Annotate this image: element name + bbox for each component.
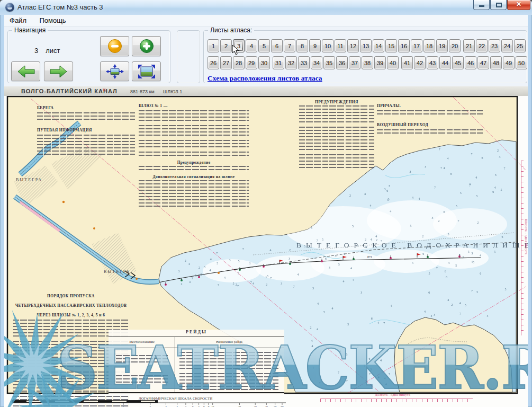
- zoom-in-button[interactable]: [132, 36, 161, 56]
- sheet-button-15[interactable]: 15: [385, 39, 397, 52]
- heading-predupr-small: Предупреждение: [139, 160, 249, 165]
- sheet-button-49[interactable]: 49: [503, 56, 515, 69]
- sheet-button-29[interactable]: 29: [246, 56, 257, 69]
- title-bar[interactable]: Атлас ЕГС том №3 часть 3 ✕: [0, 0, 532, 15]
- sheet-button-40[interactable]: 40: [387, 56, 399, 69]
- sheet-button-50[interactable]: 50: [516, 56, 527, 69]
- km-range: 881-873 км: [130, 89, 155, 94]
- sheet-button-30[interactable]: 30: [258, 56, 270, 69]
- sheet-button-8[interactable]: 8: [296, 39, 308, 52]
- svg-text:6: 6: [371, 317, 373, 320]
- chart-viewer[interactable]: ВОЛГО-БАЛТИЙСКИЙ КАНАЛ ※ 881-873 км ШЛЮЗ…: [4, 86, 528, 407]
- svg-text:4: 4: [253, 282, 254, 285]
- sheet-button-25[interactable]: 25: [514, 39, 526, 52]
- svg-text:7: 7: [439, 148, 440, 151]
- sheet-button-10[interactable]: 10: [322, 39, 333, 52]
- sheet-button-32[interactable]: 32: [285, 56, 297, 69]
- svg-text:2: 2: [199, 266, 200, 269]
- svg-text:6: 6: [446, 276, 447, 279]
- sheet-buttons-row1: 1234567891011121314151617181920212223242…: [208, 39, 527, 52]
- menu-item-file[interactable]: Файл: [4, 15, 32, 26]
- sheet-button-41[interactable]: 41: [401, 56, 413, 69]
- sheet-button-7[interactable]: 7: [284, 39, 295, 52]
- next-sheet-button[interactable]: [44, 61, 73, 81]
- sheet-button-47[interactable]: 47: [477, 56, 489, 69]
- sheet-button-21[interactable]: 21: [463, 39, 475, 52]
- sheet-button-48[interactable]: 48: [490, 56, 502, 69]
- svg-text:5: 5: [455, 264, 457, 267]
- svg-text:3: 3: [312, 287, 314, 290]
- sheet-button-26[interactable]: 26: [208, 56, 219, 69]
- sheet-button-28[interactable]: 28: [233, 56, 245, 69]
- table-title: РЕЙДЫ: [109, 330, 284, 334]
- text-block-predupr: ПРЕДУПРЕЖДЕНИЯ: [299, 100, 374, 172]
- sheet-button-45[interactable]: 45: [452, 56, 464, 69]
- svg-text:4: 4: [188, 262, 190, 266]
- sheet-button-27[interactable]: 27: [220, 56, 232, 69]
- town-label-upper: ВЫТЕГРА: [16, 178, 42, 182]
- sheet-button-23[interactable]: 23: [489, 39, 500, 52]
- svg-text:5: 5: [470, 182, 471, 185]
- sheet-button-43[interactable]: 43: [427, 56, 438, 69]
- reservoir-label: ВЫТЕГОРСКОЕ ВОДОХРАНИЛИЩЕ: [296, 241, 528, 250]
- schema-link[interactable]: Схема расположения листов атласа: [208, 74, 322, 83]
- sheet-button-4[interactable]: 4: [246, 39, 257, 52]
- sheet-button-16[interactable]: 16: [398, 39, 410, 52]
- app-icon: [5, 3, 14, 12]
- svg-text:4: 4: [339, 350, 341, 353]
- sheet-button-6[interactable]: 6: [271, 39, 283, 52]
- svg-text:7: 7: [504, 167, 506, 170]
- maximize-button[interactable]: [490, 0, 507, 10]
- sheet-button-17[interactable]: 17: [411, 39, 422, 52]
- sheet-button-20[interactable]: 20: [449, 39, 461, 52]
- svg-text:2: 2: [192, 277, 193, 280]
- heading-poryadok-3: ЧЕРЕЗ ШЛЮЗЫ № 1, 2, 3, 4, 5 и 6: [37, 313, 105, 317]
- minimize-button[interactable]: [473, 0, 490, 10]
- sheet-buttons-row2: 2627282930313233343536373839404142434445…: [208, 56, 528, 69]
- sheet-button-38[interactable]: 38: [362, 56, 373, 69]
- svg-text:7: 7: [459, 312, 461, 315]
- svg-text:5: 5: [323, 311, 325, 314]
- sheet-button-24[interactable]: 24: [501, 39, 513, 52]
- sheet-button-35[interactable]: 35: [323, 56, 335, 69]
- sheet-button-44[interactable]: 44: [439, 56, 451, 69]
- sheet-button-13[interactable]: 13: [360, 39, 372, 52]
- svg-text:5: 5: [472, 260, 473, 263]
- sheet-button-12[interactable]: 12: [347, 39, 359, 52]
- sheet-button-37[interactable]: 37: [349, 56, 360, 69]
- svg-text:4: 4: [370, 204, 372, 207]
- svg-text:6: 6: [502, 235, 503, 238]
- sheet-button-22[interactable]: 22: [476, 39, 488, 52]
- sheet-button-9[interactable]: 9: [309, 39, 321, 52]
- svg-text:6: 6: [325, 257, 327, 260]
- svg-text:4: 4: [312, 344, 313, 348]
- prev-sheet-button[interactable]: [11, 61, 40, 81]
- svg-text:5: 5: [195, 274, 196, 277]
- sheet-button-5[interactable]: 5: [258, 39, 270, 52]
- menu-item-help[interactable]: Помощь: [34, 15, 71, 26]
- sheet-button-18[interactable]: 18: [423, 39, 435, 52]
- zoom-out-button[interactable]: [100, 36, 129, 56]
- heading-berega: БЕРЕГА: [37, 105, 53, 110]
- sheet-button-2[interactable]: 2: [220, 39, 232, 52]
- svg-text:3: 3: [335, 254, 337, 258]
- close-button[interactable]: ✕: [507, 0, 530, 10]
- sheet-button-46[interactable]: 46: [465, 56, 476, 69]
- svg-text:2: 2: [310, 326, 311, 329]
- actual-size-button[interactable]: [100, 61, 129, 81]
- fit-screen-button[interactable]: [132, 61, 161, 81]
- sheet-button-11[interactable]: 11: [335, 39, 346, 52]
- sheet-button-42[interactable]: 42: [414, 56, 426, 69]
- sheet-button-39[interactable]: 39: [374, 56, 386, 69]
- svg-text:5: 5: [238, 260, 240, 263]
- sheet-button-19[interactable]: 19: [436, 39, 448, 52]
- sheet-button-34[interactable]: 34: [311, 56, 322, 69]
- svg-text:3: 3: [434, 313, 435, 316]
- sheet-button-31[interactable]: 31: [273, 56, 284, 69]
- sheet-button-33[interactable]: 33: [298, 56, 310, 69]
- sheet-button-1[interactable]: 1: [208, 39, 219, 52]
- sheet-button-36[interactable]: 36: [336, 56, 348, 69]
- svg-text:4: 4: [350, 267, 352, 270]
- sheet-button-14[interactable]: 14: [373, 39, 384, 52]
- svg-text:7: 7: [387, 349, 389, 352]
